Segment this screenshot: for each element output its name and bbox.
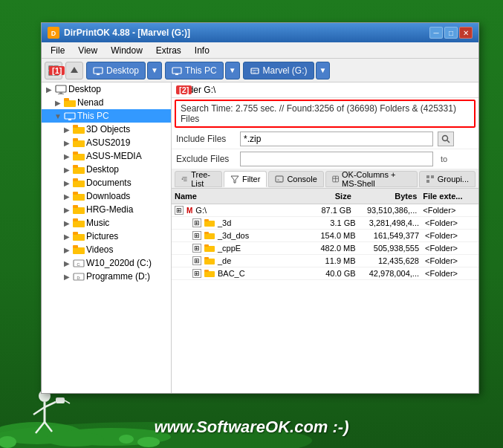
minimize-button[interactable]: ─ xyxy=(429,27,443,39)
row-expand-3d[interactable]: ⊞ xyxy=(192,218,201,227)
svg-line-62 xyxy=(447,140,450,143)
expand-music[interactable]: ▶ xyxy=(62,218,71,227)
include-files-input[interactable] xyxy=(240,132,433,146)
sidebar-item-hrg-media[interactable]: ▶ HRG-Media xyxy=(42,203,171,216)
sidebar-item-desktop-sub[interactable]: ▶ Desktop xyxy=(42,163,171,176)
sidebar-item-3dobjects[interactable]: ▶ 3D Objects xyxy=(42,123,171,136)
file-list-header: Name Size Bytes File exte... xyxy=(172,189,478,204)
svg-point-61 xyxy=(443,136,448,141)
sidebar-item-c-drive[interactable]: ▶ C: W10_2020d (C:) xyxy=(42,256,171,270)
annotation-2: [2] xyxy=(176,85,192,94)
table-row[interactable]: ⊞ _de 11.9 MB 12,435,628 <Folder> xyxy=(172,255,478,267)
breadcrumb-thispc-arrow[interactable]: ▼ xyxy=(225,62,240,79)
expand-desktop-sub[interactable]: ▶ xyxy=(62,165,71,174)
table-row[interactable]: ⊞ M G:\ 87.1 GB 93,510,386,... <Folder> xyxy=(172,204,478,217)
svg-rect-45 xyxy=(73,181,85,187)
svg-rect-26 xyxy=(175,74,178,75)
sidebar-item-thispc[interactable]: ▼ This PC xyxy=(42,109,171,123)
svg-rect-76 xyxy=(204,221,215,227)
maximize-button[interactable]: □ xyxy=(444,27,458,39)
sidebar-item-d-drive[interactable]: ▶ D: Programme (D:) xyxy=(42,270,171,283)
tab-console[interactable]: >_ Console xyxy=(268,171,323,187)
exclude-extra-text: to xyxy=(441,155,447,163)
col-header-size[interactable]: Size xyxy=(303,190,354,202)
include-files-search-icon[interactable] xyxy=(438,132,454,146)
expand-nenad[interactable]: ▶ xyxy=(53,98,62,107)
sidebar-label-c-drive: W10_2020d (C:) xyxy=(86,258,152,268)
file-ext-bac-c: <Folder> xyxy=(422,267,478,279)
expand-hrg-media[interactable]: ▶ xyxy=(62,205,71,214)
expand-videos[interactable]: ▶ xyxy=(62,245,71,254)
row-expand-bac-c[interactable]: ⊞ xyxy=(192,269,201,278)
expand-thispc[interactable]: ▼ xyxy=(53,111,62,120)
menu-file[interactable]: File xyxy=(45,44,71,57)
col-header-bytes[interactable]: Bytes xyxy=(354,190,421,202)
sidebar-item-asus-media[interactable]: ▶ ASUS-MEDIA xyxy=(42,149,171,163)
sidebar-item-desktop[interactable]: ▶ Desktop xyxy=(42,82,171,96)
row-expand-de[interactable]: ⊞ xyxy=(192,256,201,265)
svg-rect-50 xyxy=(73,205,78,208)
breadcrumb-marvel[interactable]: G: Marvel (G:) xyxy=(243,62,314,79)
sidebar-item-downloads[interactable]: ▶ Downloads xyxy=(42,189,171,203)
sidebar-item-music[interactable]: ▶ Music xyxy=(42,216,171,230)
sidebar-item-asus2019[interactable]: ▶ ASUS2019 xyxy=(42,136,171,149)
expand-pictures[interactable]: ▶ xyxy=(62,232,71,241)
col-header-name[interactable]: Name xyxy=(172,190,303,202)
table-row[interactable]: ⊞ _cppE 482.0 MB 505,938,555 <Folder> xyxy=(172,242,478,255)
svg-marker-67 xyxy=(231,176,238,183)
exclude-files-input[interactable] xyxy=(240,152,433,166)
svg-rect-74 xyxy=(431,175,434,178)
col-header-ext[interactable]: File exte... xyxy=(420,190,478,202)
expand-c-drive[interactable]: ▶ xyxy=(62,259,71,267)
expand-d-drive[interactable]: ▶ xyxy=(62,272,71,281)
svg-rect-83 xyxy=(204,257,209,259)
svg-rect-39 xyxy=(73,140,85,147)
svg-rect-75 xyxy=(426,180,429,183)
row-expand-g-root[interactable]: ⊞ xyxy=(175,206,184,215)
row-expand-3d-dos[interactable]: ⊞ xyxy=(192,231,201,240)
file-ext-3d-dos: <Folder> xyxy=(422,230,478,241)
toolbar-up-icon[interactable] xyxy=(65,62,83,79)
svg-rect-38 xyxy=(73,125,78,128)
expand-3d[interactable]: ▶ xyxy=(62,125,71,134)
tab-tree-list[interactable]: Tree-List xyxy=(175,171,222,187)
svg-rect-30 xyxy=(56,85,66,92)
sidebar-label-nenad: Nenad xyxy=(77,97,103,108)
tab-filter[interactable]: Filter xyxy=(224,171,267,187)
title-bar: D DirPrintOK 4.88 - [Marvel (G:)] ─ □ ✕ xyxy=(42,23,478,42)
file-name-3d: ⊞ _3d xyxy=(182,217,309,229)
row-expand-cppe[interactable]: ⊞ xyxy=(192,244,201,253)
expand-documents[interactable]: ▶ xyxy=(62,178,71,187)
breadcrumb-desktop-arrow[interactable]: ▼ xyxy=(147,62,162,79)
menu-view[interactable]: View xyxy=(72,44,103,57)
svg-rect-52 xyxy=(73,218,78,221)
sidebar-label-documents: Documents xyxy=(86,178,132,188)
expand-asus-media[interactable]: ▶ xyxy=(62,152,71,160)
svg-rect-42 xyxy=(73,152,78,155)
menu-extras[interactable]: Extras xyxy=(150,44,187,57)
sidebar-item-nenad[interactable]: ▶ Nenad xyxy=(42,96,171,109)
expand-desktop[interactable]: ▶ xyxy=(45,85,53,94)
svg-rect-48 xyxy=(73,192,78,195)
menu-info[interactable]: Info xyxy=(189,44,215,57)
sidebar-item-pictures[interactable]: ▶ Pictures xyxy=(42,230,171,243)
breadcrumb-marvel-arrow[interactable]: ▼ xyxy=(316,62,331,79)
table-row[interactable]: ⊞ BAC_C 40.0 GB 42,978,004,... <Folder> xyxy=(172,267,478,280)
breadcrumb-desktop[interactable]: Desktop xyxy=(86,62,146,79)
svg-rect-77 xyxy=(204,219,209,221)
table-row[interactable]: ⊞ _3d 3.1 GB 3,281,498,4... <Folder> xyxy=(172,217,478,230)
breadcrumb-thispc[interactable]: This PC xyxy=(165,62,224,79)
tab-grouping[interactable]: Groupi... xyxy=(419,171,476,187)
tab-tree-list-label: Tree-List xyxy=(191,170,215,188)
table-row[interactable]: ⊞ _3d_dos 154.0 MB 161,549,377 <Folder> xyxy=(172,230,478,242)
sidebar-item-documents[interactable]: ▶ Documents xyxy=(42,176,171,189)
file-bytes-cppe: 505,938,555 xyxy=(359,242,422,254)
close-button[interactable]: ✕ xyxy=(459,27,473,39)
expand-downloads[interactable]: ▶ xyxy=(62,192,71,201)
expand-asus2019[interactable]: ▶ xyxy=(62,138,71,147)
tab-ok-columns[interactable]: OK-Columns + MS-Shell xyxy=(325,171,418,187)
sidebar-item-videos[interactable]: ▶ Videos xyxy=(42,243,171,256)
menu-window[interactable]: Window xyxy=(105,44,149,57)
svg-rect-22 xyxy=(94,68,103,74)
svg-rect-53 xyxy=(73,234,85,241)
